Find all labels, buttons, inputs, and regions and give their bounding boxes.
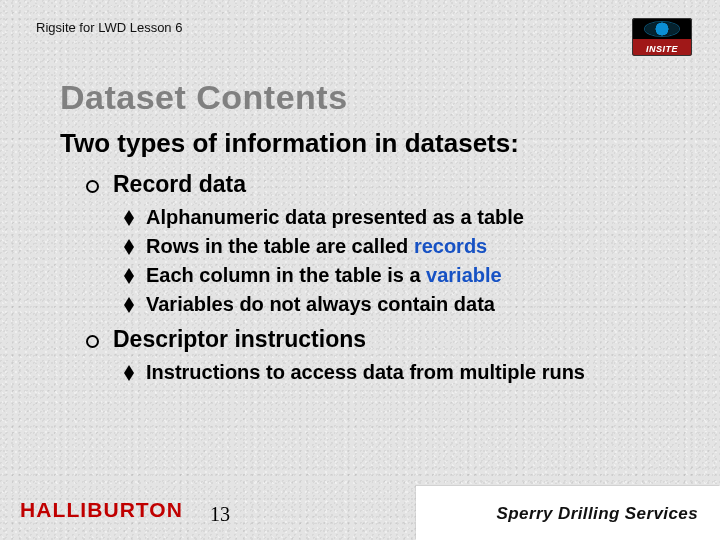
list-item-label: Descriptor instructions <box>113 326 366 353</box>
text-prefix: Rows in the table are called <box>146 235 414 257</box>
insite-logo: INSITE <box>632 18 692 58</box>
eye-icon <box>645 22 679 36</box>
diamond-bullet-icon <box>124 365 134 381</box>
list-subitem-text: Each column in the table is a variable <box>146 264 502 287</box>
list-subitem: Alphanumeric data presented as a table <box>124 206 680 229</box>
svg-marker-1 <box>124 239 134 255</box>
halliburton-logo: HALLIBURTON <box>20 499 183 522</box>
list-subitem-text: Rows in the table are called records <box>146 235 487 258</box>
list-subitem-text: Alphanumeric data presented as a table <box>146 206 524 229</box>
page-number: 13 <box>210 503 230 526</box>
insite-label: INSITE <box>632 44 692 54</box>
diamond-bullet-icon <box>124 210 134 226</box>
list-item: Record data <box>86 171 680 198</box>
svg-marker-2 <box>124 268 134 284</box>
highlight-term: records <box>414 235 487 257</box>
list-item: Descriptor instructions <box>86 326 680 353</box>
list-subitem: Variables do not always contain data <box>124 293 680 316</box>
sperry-logo: Sperry Drilling Services <box>497 504 698 523</box>
list-subitem-text: Instructions to access data from multipl… <box>146 361 585 384</box>
list-item-label: Record data <box>113 171 246 198</box>
slide: Rigsite for LWD Lesson 6 INSITE Dataset … <box>0 0 720 540</box>
svg-marker-0 <box>124 210 134 226</box>
svg-marker-4 <box>124 365 134 381</box>
ring-bullet-icon <box>86 180 99 193</box>
ring-bullet-icon <box>86 335 99 348</box>
list-subitem: Instructions to access data from multipl… <box>124 361 680 384</box>
diamond-bullet-icon <box>124 239 134 255</box>
header-lesson: Rigsite for LWD Lesson 6 <box>36 20 182 35</box>
diamond-bullet-icon <box>124 268 134 284</box>
footer: HALLIBURTON 13 Sperry Drilling Services <box>0 486 720 540</box>
highlight-term: variable <box>426 264 502 286</box>
slide-title: Dataset Contents <box>60 78 348 117</box>
text-prefix: Each column in the table is a <box>146 264 426 286</box>
slide-body: Two types of information in datasets: Re… <box>60 128 680 390</box>
list-subitem: Each column in the table is a variable <box>124 264 680 287</box>
slide-subtitle: Two types of information in datasets: <box>60 128 680 159</box>
sperry-logo-block: Sperry Drilling Services <box>416 486 720 540</box>
diamond-bullet-icon <box>124 297 134 313</box>
list-subitem-text: Variables do not always contain data <box>146 293 495 316</box>
svg-marker-3 <box>124 297 134 313</box>
list-subitem: Rows in the table are called records <box>124 235 680 258</box>
